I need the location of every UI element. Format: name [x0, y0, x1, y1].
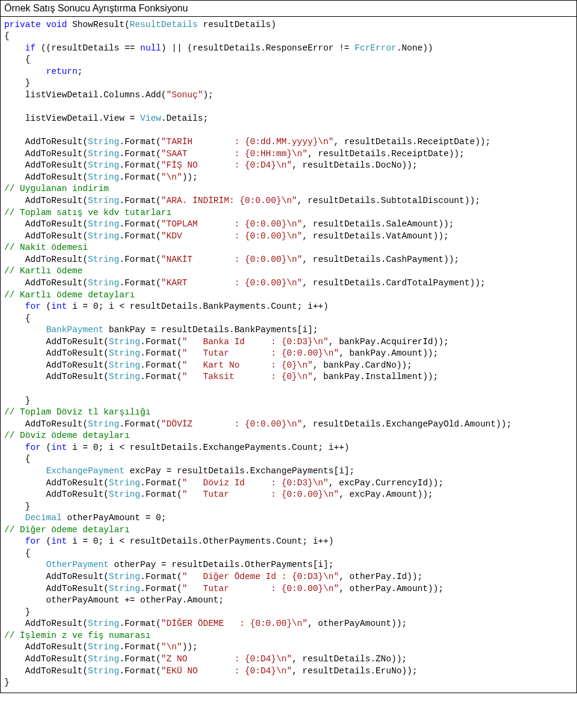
kw-int: int: [51, 536, 67, 546]
type-string: String: [88, 149, 119, 159]
str: "FİŞ NO : {0:D4}\n": [161, 160, 292, 170]
txt: [4, 67, 46, 76]
str: " Döviz Id : {0:D3}\n": [182, 478, 329, 488]
txt: .Format(: [119, 654, 161, 664]
txt: AddToResult(: [4, 360, 109, 370]
txt: [4, 560, 46, 569]
txt: }: [4, 396, 31, 405]
type-view: View: [140, 114, 161, 123]
type-fcrerror: FcrError: [355, 43, 397, 53]
txt: .Format(: [140, 490, 182, 499]
txt: , resultDetails.VatAmount));: [302, 231, 449, 241]
txt: ));: [182, 642, 198, 652]
txt: AddToResult(: [4, 619, 88, 628]
txt: [4, 443, 25, 452]
txt: listViewDetail.Columns.Add(: [4, 90, 166, 100]
txt: otherPayAmount += otherPay.Amount;: [4, 595, 224, 605]
comment: // Toplam Döviz tl karşılığı: [4, 407, 151, 417]
txt: i = 0; i < resultDetails.ExchangePayment…: [67, 443, 349, 452]
txt: AddToResult(: [4, 219, 88, 229]
txt: , excPay.Amount));: [339, 490, 433, 499]
txt: .Format(: [140, 572, 182, 581]
type-string: String: [88, 419, 119, 429]
txt: AddToResult(: [4, 654, 88, 664]
txt: .Format(: [119, 149, 161, 159]
txt: .Format(: [119, 219, 161, 229]
type-string: String: [88, 196, 119, 205]
txt: otherPay = resultDetails.OtherPayments[i…: [109, 560, 334, 569]
txt: , resultDetails.DocNo));: [292, 160, 418, 170]
txt: , otherPayAmount));: [308, 619, 407, 628]
txt: .Format(: [119, 196, 161, 205]
txt: AddToResult(: [4, 149, 88, 159]
type-string: String: [88, 666, 119, 676]
txt: .Format(: [140, 348, 182, 358]
txt: (: [41, 302, 51, 311]
comment: // Döviz ödeme detayları: [4, 431, 130, 440]
txt: .Format(: [119, 642, 161, 652]
txt: [4, 466, 46, 476]
txt: AddToResult(: [4, 584, 109, 593]
type-string: String: [109, 584, 140, 593]
str: "ARA. İNDİRİM: {0:0.00}\n": [161, 196, 297, 205]
str: " Kart No : {0}\n": [182, 360, 313, 370]
txt: AddToResult(: [4, 666, 88, 676]
txt: AddToResult(: [4, 572, 109, 581]
txt: }: [4, 607, 31, 617]
str: "\n": [161, 172, 182, 182]
str: "TOPLAM : {0:0.00}\n": [161, 219, 302, 229]
txt: AddToResult(: [4, 642, 88, 652]
txt: i = 0; i < resultDetails.OtherPayments.C…: [67, 536, 334, 546]
txt: , resultDetails.ReceiptDate));: [308, 149, 465, 159]
kw-return: return: [46, 67, 78, 76]
txt: .Format(: [119, 231, 161, 241]
txt: excPay = resultDetails.ExchangePayments[…: [124, 466, 355, 476]
txt: , resultDetails.SaleAmount));: [302, 219, 454, 229]
txt: ) || (resultDetails.ResponseError !=: [161, 43, 355, 53]
txt: , resultDetails.CardTotalPayment));: [302, 278, 486, 288]
type-string: String: [88, 278, 119, 288]
str: "TARİH : {0:dd.MM.yyyy}\n": [161, 137, 334, 147]
txt: );: [203, 90, 213, 100]
type-string: String: [88, 137, 119, 147]
txt: , bankPay.AcquirerId));: [329, 337, 449, 347]
txt: AddToResult(: [4, 372, 109, 381]
type-string: String: [109, 372, 140, 381]
txt: .Format(: [119, 172, 161, 182]
code-box: Örnek Satış Sonucu Ayrıştırma Fonksiyonu…: [0, 0, 577, 693]
kw-for: for: [25, 302, 41, 311]
txt: [4, 513, 25, 523]
str: "Z NO : {0:D4}\n": [161, 654, 292, 664]
str: "Sonuç": [166, 90, 203, 100]
kw-int: int: [51, 443, 67, 452]
kw-if: if: [25, 43, 35, 53]
txt: ShowResult(: [67, 20, 129, 29]
txt: .Format(: [119, 160, 161, 170]
comment: // Diğer ödeme detayları: [4, 525, 130, 535]
comment: // Uygulanan indirim: [4, 184, 109, 193]
str: "NAKİT : {0:0.00}\n": [161, 255, 302, 264]
txt: ));: [182, 172, 198, 182]
txt: , excPay.CurrencyId));: [329, 478, 444, 488]
txt: otherPayAmount = 0;: [62, 513, 166, 523]
str: "KDV : {0:0.00}\n": [161, 231, 302, 241]
txt: .Format(: [119, 255, 161, 264]
type-string: String: [88, 219, 119, 229]
txt: (: [41, 536, 51, 546]
txt: .Format(: [140, 372, 182, 381]
txt: .Format(: [119, 666, 161, 676]
txt: {: [4, 314, 31, 323]
type-string: String: [88, 172, 119, 182]
comment: // Toplam satış ve kdv tutarları: [4, 208, 171, 217]
kw-for: for: [25, 443, 41, 452]
type-string: String: [109, 360, 140, 370]
str: " Taksit : {0}\n": [182, 372, 313, 381]
type-string: String: [109, 490, 140, 499]
type-string: String: [88, 619, 119, 628]
type-string: String: [88, 255, 119, 264]
txt: .Details;: [161, 114, 208, 123]
txt: , bankPay.CardNo));: [313, 360, 412, 370]
txt: .Format(: [140, 478, 182, 488]
str: "DÖVİZ : {0:0.00}\n": [161, 419, 302, 429]
txt: }: [4, 502, 31, 511]
